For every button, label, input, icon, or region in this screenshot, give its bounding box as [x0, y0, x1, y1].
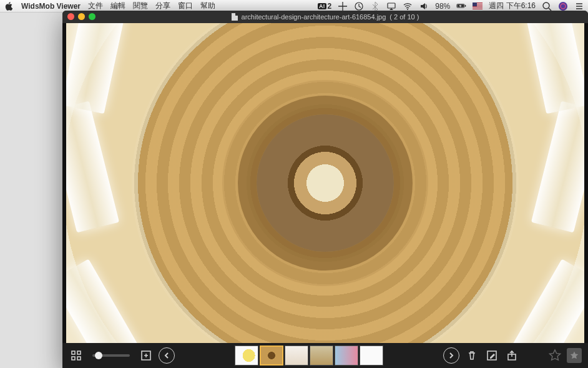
thumbnail-2[interactable] [260, 346, 283, 366]
previous-button[interactable] [159, 347, 175, 364]
grid-view-button[interactable] [69, 348, 84, 363]
edit-button[interactable] [484, 348, 499, 363]
volume-icon[interactable] [419, 1, 429, 11]
menu-window[interactable]: 窗口 [178, 1, 193, 11]
actual-size-button[interactable] [139, 348, 154, 363]
thumbnail-1[interactable] [235, 346, 258, 366]
bottom-toolbar [62, 343, 588, 368]
thumbnail-strip [235, 346, 383, 366]
battery-percentage[interactable]: 98% [435, 2, 450, 11]
siri-icon[interactable] [558, 1, 568, 11]
svg-rect-5 [465, 5, 466, 7]
trash-button[interactable] [464, 348, 479, 363]
crosshair-icon[interactable] [338, 1, 348, 11]
close-button[interactable] [67, 13, 74, 20]
zoom-button[interactable] [89, 13, 96, 20]
window-counter: ( 2 of 10 ) [390, 13, 419, 21]
share-button[interactable] [504, 348, 519, 363]
window-titlebar[interactable]: architectural-design-architecture-art-61… [62, 11, 588, 23]
menu-share[interactable]: 分享 [155, 1, 170, 11]
menu-file[interactable]: 文件 [88, 1, 103, 11]
airplay-icon[interactable] [386, 1, 396, 11]
apple-logo-icon[interactable] [4, 1, 14, 11]
zoom-slider[interactable] [92, 354, 130, 357]
battery-icon[interactable] [456, 1, 466, 11]
svg-point-7 [559, 2, 567, 11]
favorite-filled-button[interactable] [567, 348, 582, 363]
next-button[interactable] [443, 347, 459, 364]
svg-rect-11 [72, 357, 75, 360]
svg-point-2 [407, 9, 408, 10]
svg-rect-10 [77, 351, 81, 354]
menu-view[interactable]: 閱覽 [133, 1, 148, 11]
time-machine-icon[interactable] [354, 1, 364, 11]
document-icon [232, 13, 238, 21]
image-canvas[interactable] [62, 23, 588, 343]
zoom-slider-knob[interactable] [95, 352, 102, 359]
svg-point-6 [543, 2, 549, 9]
svg-rect-1 [388, 3, 395, 8]
svg-rect-9 [72, 351, 75, 354]
window-filename: architectural-design-architecture-art-61… [242, 13, 386, 21]
thumbnail-6[interactable] [360, 346, 383, 366]
menu-edit[interactable]: 編輯 [110, 1, 125, 11]
minimize-button[interactable] [78, 13, 85, 20]
thumbnail-3[interactable] [285, 346, 308, 366]
bluetooth-icon[interactable] [370, 1, 380, 11]
input-source-flag-icon[interactable] [473, 2, 483, 9]
thumbnail-5[interactable] [335, 346, 358, 366]
window-traffic-lights [67, 13, 96, 20]
notification-center-icon[interactable] [574, 1, 584, 11]
spotlight-icon[interactable] [542, 1, 552, 11]
adobe-cc-icon[interactable]: A!2 [318, 2, 331, 11]
menu-help[interactable]: 幫助 [200, 1, 215, 11]
svg-rect-12 [77, 357, 81, 360]
thumbnail-4[interactable] [310, 346, 333, 366]
app-name[interactable]: WidsMob Viewer [21, 2, 81, 11]
viewer-window: architectural-design-architecture-art-61… [62, 11, 588, 368]
menubar-clock[interactable]: 週四 下午6:16 [489, 1, 536, 11]
wifi-icon[interactable] [403, 1, 413, 11]
displayed-image [66, 23, 584, 343]
favorite-outline-button[interactable] [548, 349, 562, 362]
